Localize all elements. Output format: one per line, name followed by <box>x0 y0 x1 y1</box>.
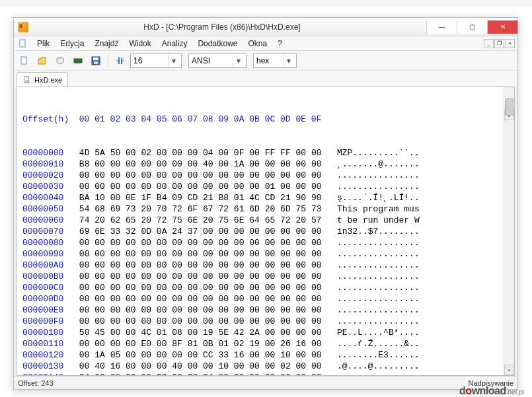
minimize-button[interactable]: — <box>426 20 457 34</box>
toolbar-separator <box>108 54 108 67</box>
status-offset: Offset: 243 <box>18 379 54 387</box>
menubar: Plik Edycja Znajdź Widok Analizy Dodatko… <box>14 36 517 51</box>
svg-rect-4 <box>75 63 76 64</box>
svg-rect-9 <box>94 61 98 64</box>
chevron-down-icon[interactable]: ▾ <box>233 54 243 67</box>
statusbar: Offset: 243 Nadpisywanie <box>14 376 517 389</box>
file-tab[interactable]: 10 HxD.exe <box>17 72 68 87</box>
window-title: HxD - [C:\Program Files (x86)\HxD\HxD.ex… <box>18 22 426 32</box>
hex-body: 00000000 4D 5A 50 00 02 00 00 00 04 00 0… <box>22 147 512 376</box>
toolbar: 16 ▾ ANSI ▾ hex ▾ <box>14 51 517 71</box>
scroll-thumb[interactable] <box>505 98 513 116</box>
new-file-button[interactable] <box>17 53 32 69</box>
menu-analizy[interactable]: Analizy <box>157 38 192 50</box>
vertical-scrollbar[interactable]: ▴ ▾ <box>504 87 514 375</box>
svg-rect-5 <box>77 63 78 64</box>
titlebar: HxD - [C:\Program Files (x86)\HxD\HxD.ex… <box>14 18 517 36</box>
encoding-value: ANSI <box>192 56 210 65</box>
bytes-per-row-value: 16 <box>133 56 142 65</box>
maximize-button[interactable]: ▢ <box>457 20 487 34</box>
svg-rect-1 <box>21 57 26 64</box>
open-folder-button[interactable] <box>34 53 50 69</box>
hex-editor[interactable]: Offset(h) 00 01 02 03 04 05 06 07 08 09 … <box>17 87 515 376</box>
file-new-icon[interactable] <box>17 37 30 50</box>
bytes-per-row-combo[interactable]: 16 ▾ <box>130 54 182 68</box>
hex-header: Offset(h) 00 01 02 03 04 05 06 07 08 09 … <box>22 114 512 125</box>
svg-rect-0 <box>20 40 25 47</box>
menu-widok[interactable]: Widok <box>124 38 155 50</box>
svg-text:10: 10 <box>25 79 29 83</box>
mdi-restore-button[interactable]: ❐ <box>494 39 504 48</box>
window-frame: HxD - [C:\Program Files (x86)\HxD\HxD.ex… <box>13 17 518 390</box>
open-ram-button[interactable] <box>70 53 86 69</box>
mdi-minimize-button[interactable]: _ <box>484 39 494 48</box>
mdi-close-button[interactable]: × <box>505 39 515 48</box>
open-disk-button[interactable] <box>52 53 68 69</box>
encoding-combo[interactable]: ANSI ▾ <box>188 54 247 68</box>
chevron-down-icon[interactable]: ▾ <box>283 54 293 67</box>
menu-dodatkowe[interactable]: Dodatkowe <box>193 38 242 50</box>
svg-rect-3 <box>74 59 82 63</box>
menu-okna[interactable]: Okna <box>243 38 272 50</box>
svg-rect-8 <box>93 57 98 60</box>
radix-value: hex <box>256 56 269 65</box>
scroll-down-button[interactable]: ▾ <box>504 365 514 375</box>
menu-znajdz[interactable]: Znajdź <box>90 38 123 50</box>
watermark: download.net.pl <box>459 385 524 397</box>
tab-bar: 10 HxD.exe <box>14 71 517 87</box>
toggle-columns-button[interactable] <box>112 53 128 69</box>
svg-rect-6 <box>79 63 80 64</box>
menu-help[interactable]: ? <box>273 38 287 50</box>
radix-combo[interactable]: hex ▾ <box>253 54 297 68</box>
file-icon: 10 <box>22 75 32 85</box>
close-button[interactable]: ✕ <box>487 20 517 34</box>
save-button[interactable] <box>88 53 104 69</box>
tab-label: HxD.exe <box>34 76 62 84</box>
app-icon <box>18 22 28 32</box>
chevron-down-icon[interactable]: ▾ <box>168 54 178 67</box>
menu-plik[interactable]: Plik <box>32 38 54 50</box>
menu-edycja[interactable]: Edycja <box>56 38 89 50</box>
